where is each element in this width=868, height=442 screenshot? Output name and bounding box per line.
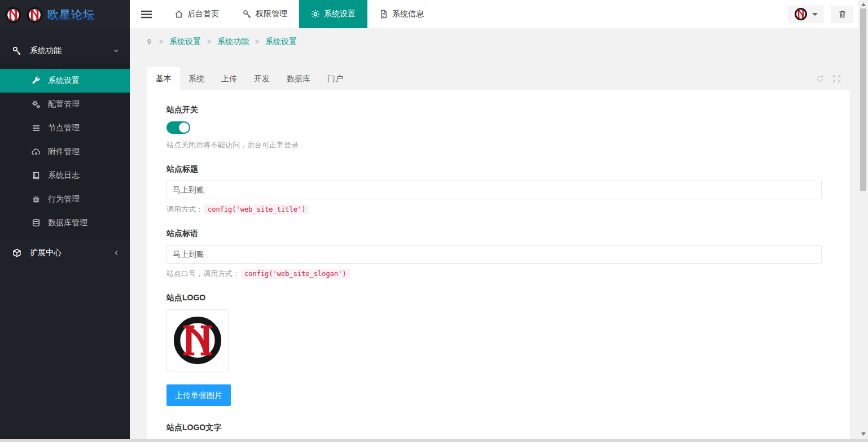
topbar-actions bbox=[788, 6, 853, 23]
wrench-icon bbox=[32, 76, 41, 85]
menu-toggle-button[interactable] bbox=[130, 0, 163, 28]
site-logo-image bbox=[172, 314, 223, 366]
user-menu-button[interactable] bbox=[788, 6, 823, 23]
sidebar-item-system-settings[interactable]: 系统设置 bbox=[0, 69, 130, 93]
refresh-icon[interactable] bbox=[816, 75, 825, 83]
sidebar-group-system: 系统功能 系统设置 配置管理 bbox=[0, 38, 130, 240]
top-nav-label: 系统设置 bbox=[324, 9, 356, 19]
sidebar-group-label: 系统功能 bbox=[30, 46, 113, 56]
sidebar-item-label: 行为管理 bbox=[48, 194, 80, 204]
sidebar-item-attachments[interactable]: 附件管理 bbox=[0, 140, 130, 164]
site-slogan-input[interactable] bbox=[166, 245, 822, 264]
sidebar-item-label: 配置管理 bbox=[48, 99, 80, 110]
vertical-scrollbar[interactable] bbox=[858, 0, 868, 442]
settings-card: 基本 系统 上传 开发 数据库 门户 站点开关 bbox=[147, 67, 850, 442]
field-label-site-slogan: 站点标语 bbox=[166, 229, 822, 239]
sidebar-item-label: 附件管理 bbox=[48, 147, 80, 157]
sidebar-group-extensions: 扩展中心 bbox=[0, 240, 130, 265]
field-label-site-logo-text: 站点LOGO文字 bbox=[166, 423, 822, 433]
sidebar-item-label: 系统设置 bbox=[48, 76, 80, 86]
sidebar-item-behavior[interactable]: 行为管理 bbox=[0, 187, 130, 211]
tab-basic[interactable]: 基本 bbox=[147, 67, 180, 90]
sidebar-item-label: 数据库管理 bbox=[48, 218, 87, 228]
brand-logo-icon bbox=[26, 6, 43, 24]
sidebar: 欧星论坛 系统功能 系统设置 bbox=[0, 0, 130, 442]
bug-icon bbox=[32, 195, 41, 204]
sidebar-item-config[interactable]: 配置管理 bbox=[0, 93, 130, 116]
cloud-upload-icon bbox=[32, 147, 41, 156]
fullscreen-icon[interactable] bbox=[832, 75, 841, 83]
top-nav-permissions[interactable]: 权限管理 bbox=[231, 0, 299, 28]
location-pin-icon bbox=[146, 38, 153, 46]
scroll-down-button[interactable] bbox=[858, 430, 868, 438]
vertical-scrollbar-thumb[interactable] bbox=[860, 8, 866, 191]
breadcrumb-link[interactable]: 系统功能 bbox=[217, 37, 249, 47]
top-nav-home[interactable]: 后台首页 bbox=[163, 0, 231, 28]
tab-portal[interactable]: 门户 bbox=[319, 67, 352, 90]
config-code: config('web_site_slogan') bbox=[241, 269, 350, 279]
tab-develop[interactable]: 开发 bbox=[246, 67, 278, 90]
sidebar-group-extensions-header[interactable]: 扩展中心 bbox=[0, 240, 130, 265]
avatar bbox=[794, 7, 808, 21]
horizontal-scrollbar[interactable] bbox=[0, 439, 868, 442]
breadcrumb-link[interactable]: 系统设置 bbox=[265, 37, 297, 47]
list-icon bbox=[32, 124, 41, 133]
cogs-icon bbox=[32, 100, 41, 109]
site-switch-toggle[interactable] bbox=[166, 121, 190, 134]
topbar: 后台首页 权限管理 系统设置 系统信息 bbox=[130, 0, 868, 28]
breadcrumb-separator: > bbox=[255, 38, 259, 46]
chevron-down-icon bbox=[113, 47, 120, 54]
top-nav-info[interactable]: 系统信息 bbox=[367, 0, 436, 28]
caret-down-icon bbox=[812, 13, 818, 16]
panel-tools bbox=[816, 67, 841, 90]
field-help-site-slogan: 站点口号，调用方式：config('web_site_slogan') bbox=[166, 269, 822, 279]
sidebar-group-label: 扩展中心 bbox=[30, 248, 113, 258]
tab-upload[interactable]: 上传 bbox=[213, 67, 246, 90]
site-title-input[interactable] bbox=[166, 181, 822, 199]
field-help-site-switch: 站点关闭后将不能访问，后台可正常登录 bbox=[166, 140, 822, 150]
field-label-site-switch: 站点开关 bbox=[166, 105, 822, 115]
top-nav-label: 系统信息 bbox=[392, 9, 424, 19]
book-icon bbox=[32, 171, 41, 180]
top-nav: 后台首页 权限管理 系统设置 系统信息 bbox=[163, 0, 436, 28]
sidebar-item-nodes[interactable]: 节点管理 bbox=[0, 116, 130, 140]
field-help-site-title: 调用方式：config('web_site_title') bbox=[166, 204, 822, 215]
sidebar-item-label: 系统日志 bbox=[48, 170, 80, 181]
tab-database[interactable]: 数据库 bbox=[278, 67, 319, 90]
file-icon bbox=[379, 10, 388, 19]
key-icon bbox=[243, 10, 252, 19]
sidebar-group-system-header[interactable]: 系统功能 bbox=[0, 38, 130, 63]
tab-system[interactable]: 系统 bbox=[180, 67, 213, 90]
top-nav-settings[interactable]: 系统设置 bbox=[299, 0, 367, 28]
config-code: config('web_site_title') bbox=[204, 204, 309, 215]
field-label-site-title: 站点标题 bbox=[166, 164, 822, 174]
sidebar-submenu: 系统设置 配置管理 节点管理 bbox=[0, 63, 130, 240]
breadcrumb-link[interactable]: 系统设置 bbox=[169, 37, 201, 47]
sidebar-item-label: 节点管理 bbox=[48, 123, 80, 133]
site-logo-preview[interactable] bbox=[166, 309, 229, 371]
brand[interactable]: 欧星论坛 bbox=[0, 0, 130, 29]
triangle-down-icon bbox=[861, 432, 866, 436]
upload-image-button[interactable]: 上传单张图片 bbox=[166, 384, 231, 406]
brand-title: 欧星论坛 bbox=[47, 7, 95, 23]
field-label-site-logo: 站点LOGO bbox=[166, 293, 822, 303]
top-nav-label: 权限管理 bbox=[256, 9, 287, 19]
triangle-up-icon bbox=[861, 3, 866, 6]
sidebar-item-database[interactable]: 数据库管理 bbox=[0, 211, 130, 235]
top-nav-label: 后台首页 bbox=[187, 9, 219, 19]
main-content: > 系统设置 > 系统功能 > 系统设置 基本 系统 上传 开发 数据库 门户 bbox=[130, 28, 858, 442]
key-icon bbox=[12, 46, 21, 55]
sidebar-item-logs[interactable]: 系统日志 bbox=[0, 164, 130, 187]
gear-icon bbox=[311, 10, 320, 19]
home-icon bbox=[174, 10, 183, 19]
toggle-knob bbox=[179, 122, 189, 133]
database-icon bbox=[32, 218, 41, 227]
scroll-up-button[interactable] bbox=[858, 1, 868, 8]
breadcrumb-separator: > bbox=[207, 38, 211, 46]
settings-tabbar: 基本 系统 上传 开发 数据库 门户 bbox=[147, 67, 850, 90]
menu-icon bbox=[141, 10, 152, 19]
settings-form: 站点开关 站点关闭后将不能访问，后台可正常登录 站点标题 调用方式：config… bbox=[147, 90, 850, 442]
breadcrumb-separator: > bbox=[159, 38, 163, 46]
clear-cache-button[interactable] bbox=[831, 6, 853, 23]
chevron-left-icon bbox=[113, 250, 120, 256]
